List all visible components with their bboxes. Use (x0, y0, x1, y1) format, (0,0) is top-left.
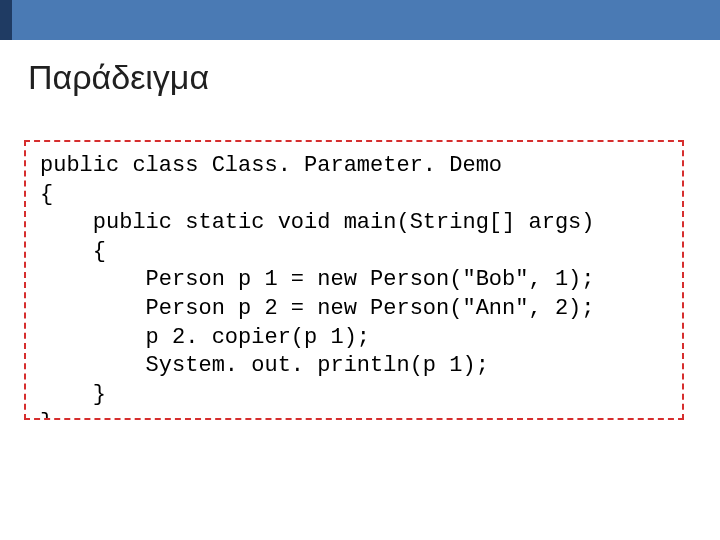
code-block: public class Class. Parameter. Demo { pu… (24, 140, 684, 420)
header-bar (0, 0, 720, 40)
slide: Παράδειγμα public class Class. Parameter… (0, 0, 720, 540)
header-accent (0, 0, 12, 40)
code-line: } (40, 410, 53, 420)
code-line: p 2. copier(p 1); (40, 325, 370, 350)
code-line: Person p 2 = new Person("Ann", 2); (40, 296, 595, 321)
code-line: } (40, 382, 106, 407)
code-line: public class Class. Parameter. Demo (40, 153, 502, 178)
code-line: public static void main(String[] args) (40, 210, 595, 235)
code-line: { (40, 239, 106, 264)
code-line: { (40, 182, 53, 207)
code-line: Person p 1 = new Person("Bob", 1); (40, 267, 595, 292)
code-line: System. out. println(p 1); (40, 353, 489, 378)
slide-title: Παράδειγμα (28, 58, 720, 97)
